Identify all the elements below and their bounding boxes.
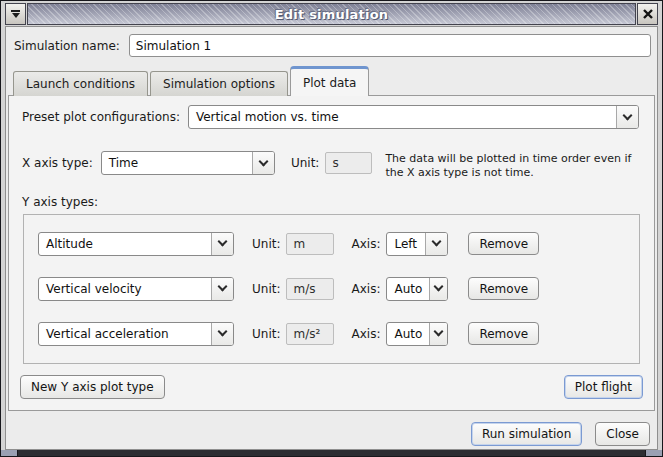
axis-label: Axis: — [351, 237, 380, 251]
simulation-name-row: Simulation name: — [14, 34, 651, 57]
window-menu-icon — [11, 10, 20, 18]
chevron-down-icon — [430, 278, 447, 300]
y-type-combobox-1[interactable]: Altitude — [38, 232, 234, 256]
dialog-buttons: Run simulation Close — [8, 411, 655, 449]
resize-handle-right[interactable] — [645, 450, 662, 456]
close-icon — [642, 8, 654, 20]
axis-combobox-1[interactable]: Left — [386, 232, 448, 256]
preset-combobox[interactable]: Vertical motion vs. time — [188, 105, 639, 129]
y-axis-groupbox: Altitude Unit: m Axis: Left Remove — [23, 214, 640, 364]
chevron-down-icon — [212, 323, 233, 345]
unit-value: m/s² — [286, 323, 334, 345]
chevron-down-icon — [212, 278, 233, 300]
x-axis-note: The data will be plotted in time order e… — [385, 152, 640, 181]
new-y-axis-plot-type-button[interactable]: New Y axis plot type — [20, 375, 165, 399]
preset-combobox-value: Vertical motion vs. time — [189, 106, 616, 128]
unit-label: Unit: — [252, 282, 280, 296]
simulation-name-label: Simulation name: — [14, 39, 120, 53]
chevron-down-icon — [212, 233, 233, 255]
y-type-combobox-3[interactable]: Vertical acceleration — [38, 322, 234, 346]
tab-bar: Launch conditions Simulation options Plo… — [8, 65, 655, 96]
window-title: Edit simulation — [275, 7, 388, 22]
remove-button-1[interactable]: Remove — [468, 232, 539, 255]
dialog-body: Simulation name: Launch conditions Simul… — [5, 26, 658, 450]
axis-combobox-3[interactable]: Auto — [386, 322, 448, 346]
simulation-name-input[interactable] — [129, 34, 651, 57]
window-bottom-frame — [1, 450, 662, 456]
unit-value: m/s — [286, 278, 334, 300]
x-axis-type-combobox[interactable]: Time — [101, 151, 275, 175]
run-simulation-button[interactable]: Run simulation — [471, 422, 582, 446]
plot-data-panel: Preset plot configurations: Vertical mot… — [8, 95, 655, 411]
titlebar: Edit simulation — [5, 3, 658, 25]
unit-label: Unit: — [252, 327, 280, 341]
preset-row: Preset plot configurations: Vertical mot… — [22, 105, 639, 129]
close-button[interactable]: Close — [595, 422, 650, 446]
preset-label: Preset plot configurations: — [22, 110, 180, 124]
tab-plot-data[interactable]: Plot data — [290, 66, 369, 96]
window-close-button[interactable] — [637, 3, 658, 25]
unit-label: Unit: — [252, 237, 280, 251]
x-axis-label: X axis type: — [22, 151, 93, 175]
x-axis-unit-value: s — [325, 152, 372, 174]
x-axis-unit-label: Unit: — [291, 151, 319, 175]
y-type-combobox-2[interactable]: Vertical velocity — [38, 277, 234, 301]
window-menu-button[interactable] — [5, 3, 26, 25]
x-axis-type-value: Time — [102, 152, 252, 174]
unit-value: m — [286, 233, 334, 255]
resize-handle-left[interactable] — [1, 450, 18, 456]
tab-simulation-options[interactable]: Simulation options — [150, 71, 288, 96]
chevron-down-icon — [426, 233, 447, 255]
y-axis-row-2: Vertical velocity Unit: m/s Axis: Auto R… — [38, 277, 625, 301]
x-axis-row: X axis type: Time Unit: s The data will … — [22, 151, 640, 181]
panel-footer: New Y axis plot type Plot flight — [9, 375, 654, 410]
chevron-down-icon — [253, 152, 274, 174]
y-axis-types-label: Y axis types: — [22, 195, 654, 209]
edit-simulation-window: Edit simulation Simulation name: Launch … — [0, 0, 663, 457]
remove-button-2[interactable]: Remove — [468, 277, 539, 300]
axis-label: Axis: — [351, 327, 380, 341]
y-axis-row-3: Vertical acceleration Unit: m/s² Axis: A… — [38, 322, 625, 346]
axis-label: Axis: — [351, 282, 380, 296]
plot-flight-button[interactable]: Plot flight — [564, 375, 643, 399]
y-axis-row-1: Altitude Unit: m Axis: Left Remove — [38, 232, 625, 256]
chevron-down-icon — [617, 106, 638, 128]
tab-launch-conditions[interactable]: Launch conditions — [13, 71, 148, 96]
titlebar-drag-area[interactable]: Edit simulation — [27, 3, 636, 25]
remove-button-3[interactable]: Remove — [468, 322, 539, 345]
chevron-down-icon — [430, 323, 447, 345]
axis-combobox-2[interactable]: Auto — [386, 277, 448, 301]
